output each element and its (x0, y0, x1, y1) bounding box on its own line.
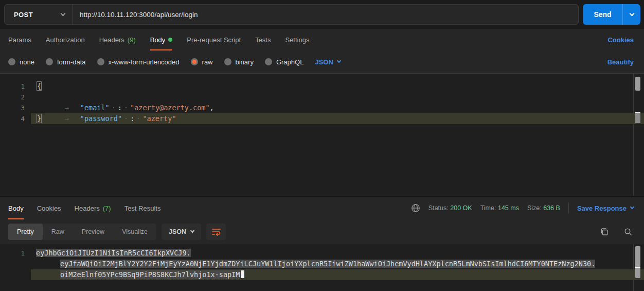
body-modified-dot-icon (168, 38, 172, 42)
tab-authorization[interactable]: Authorization (46, 29, 85, 50)
response-line-1: eyJhbGciOiJIUzI1NiIsInR5cCI6IkpXVCJ9. (36, 248, 191, 259)
response-header: Body Cookies Headers (7) Test Results St… (0, 197, 644, 219)
search-response-button[interactable] (623, 227, 633, 236)
format-label: JSON (169, 228, 186, 235)
size-metric: Size: 636 B (527, 204, 560, 212)
radio-icon (97, 58, 104, 65)
chevron-down-icon (629, 11, 634, 16)
view-preview[interactable]: Preview (73, 224, 113, 240)
method-select[interactable]: POST (5, 5, 73, 24)
scrollbar-thumb[interactable] (635, 77, 640, 91)
tab-label: Test Results (124, 204, 161, 212)
response-tab-cookies[interactable]: Cookies (37, 197, 61, 219)
mode-label: none (20, 58, 34, 66)
size-label: Size: (527, 204, 542, 212)
response-body-editor[interactable]: 1 eyJhbGciOiJIUzI1NiIsInR5cCI6IkpXVCJ9. … (0, 244, 644, 291)
chevron-down-icon (190, 229, 194, 233)
headers-count: (7) (103, 204, 111, 212)
url-input[interactable] (73, 5, 578, 24)
code-line-2: 2 →"email"·:·"azerty@azerty.com", (0, 92, 644, 102)
radio-selected-icon (191, 58, 198, 65)
line-number: 4 (0, 113, 25, 124)
line-number: 3 (0, 102, 25, 113)
line-number: 1 (0, 248, 25, 259)
response-tools (600, 227, 633, 236)
request-body-editor[interactable]: 1 { 2 →"email"·:·"azerty@azerty.com", 3 … (0, 74, 644, 196)
response-tab-test-results[interactable]: Test Results (124, 197, 161, 219)
response-tab-headers[interactable]: Headers (7) (75, 197, 111, 219)
tab-params[interactable]: Params (8, 29, 31, 50)
mode-label: GraphQL (276, 58, 303, 66)
tab-settings[interactable]: Settings (285, 29, 309, 50)
mode-x-www-form-urlencoded[interactable]: x-www-form-urlencoded (97, 58, 180, 66)
search-icon (623, 227, 633, 236)
network-globe-icon[interactable] (411, 203, 420, 213)
mode-form-data[interactable]: form-data (46, 58, 86, 66)
jwt-payload-segment: eyJfaWQiOiI2MjBlY2Y2Y2FiMjEyYzA0NjE1Yjdm… (60, 260, 595, 268)
view-pretty[interactable]: Pretty (8, 224, 43, 240)
send-button[interactable]: Send (583, 4, 622, 25)
tab-label: Pre-request Script (187, 36, 241, 44)
copy-response-button[interactable] (600, 227, 609, 236)
response-tab-body[interactable]: Body (8, 197, 24, 219)
code-line-3: 3 →"password"·:·"azerty" (0, 102, 644, 113)
cookies-link[interactable]: Cookies (607, 36, 634, 44)
scrollbar-cursor-marker (635, 267, 640, 268)
mode-raw[interactable]: raw (191, 58, 213, 66)
radio-icon (265, 58, 272, 65)
tab-label: Headers (75, 204, 100, 212)
tab-label: Body (150, 36, 166, 44)
radio-icon (46, 58, 53, 65)
status-label: Status: (428, 204, 449, 212)
line-number: 1 (0, 81, 25, 92)
scrollbar-cursor-marker (635, 112, 640, 123)
chevron-down-icon (61, 11, 66, 16)
save-response-label: Save Response (577, 204, 627, 212)
response-view-switcher: Pretty Raw Preview Visualize (8, 224, 156, 240)
mode-binary[interactable]: binary (224, 58, 254, 66)
wrap-text-icon (211, 228, 221, 236)
scrollbar-thumb[interactable] (635, 246, 640, 278)
tab-pre-request-script[interactable]: Pre-request Script (187, 29, 241, 50)
response-meta: Status: 200 OK Time: 145 ms Size: 636 B … (411, 203, 634, 213)
save-response-button[interactable]: Save Response (577, 204, 634, 212)
mode-graphql[interactable]: GraphQL (265, 58, 303, 66)
tab-label: Settings (285, 36, 309, 44)
open-brace: { (37, 82, 41, 90)
wrap-lines-button[interactable] (206, 224, 226, 240)
close-brace: } (37, 114, 41, 123)
size-value: 636 B (543, 204, 560, 212)
time-metric: Time: 145 ms (480, 204, 519, 212)
send-split-button: Send (583, 4, 640, 25)
view-visualize[interactable]: Visualize (113, 224, 156, 240)
editor-scroll-track (633, 244, 634, 291)
copy-icon (600, 227, 609, 236)
language-label: JSON (315, 58, 333, 66)
tab-headers[interactable]: Headers (9) (99, 29, 136, 50)
vertical-divider (568, 203, 569, 213)
editor-scroll-track (633, 74, 634, 196)
raw-language-select[interactable]: JSON (315, 58, 340, 66)
tab-tests[interactable]: Tests (255, 29, 271, 50)
code-line-1: 1 { (0, 81, 644, 92)
mode-label: x-www-form-urlencoded (109, 58, 180, 66)
method-label: POST (14, 11, 33, 19)
status-metric: Status: 200 OK (428, 204, 472, 212)
tab-label: Authorization (46, 36, 85, 44)
tab-body[interactable]: Body (150, 29, 173, 50)
mode-none[interactable]: none (8, 58, 34, 66)
tab-label: Tests (255, 36, 271, 44)
view-raw[interactable]: Raw (43, 224, 73, 240)
beautify-link[interactable]: Beautify (607, 58, 634, 66)
chevron-down-icon (630, 205, 634, 209)
response-format-select[interactable]: JSON (162, 224, 201, 240)
jwt-signature-segment: oiM2eElnf05YPc9BSq9PiP8S8KCJh7lvhjo1x-sa… (60, 270, 240, 279)
tab-label: Headers (99, 36, 124, 44)
chevron-down-icon (337, 59, 341, 63)
headers-count: (9) (128, 36, 136, 44)
tab-label: Body (8, 204, 24, 212)
url-control: POST (4, 4, 579, 25)
body-mode-row: none form-data x-www-form-urlencoded raw… (0, 50, 644, 73)
tab-label: Params (8, 36, 31, 44)
send-options-button[interactable] (622, 4, 640, 25)
